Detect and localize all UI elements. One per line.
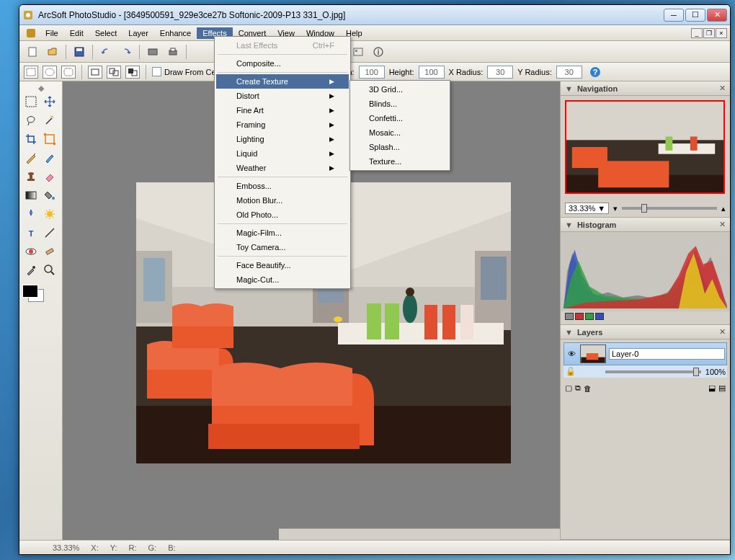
histo-blue-swatch[interactable] [595,313,604,320]
menuitem-distort[interactable]: Distort▶ [216,89,349,103]
shape-rect-icon[interactable] [24,66,38,79]
line-tool[interactable] [41,224,58,241]
histo-luminosity-swatch[interactable] [565,313,574,320]
bucket-tool[interactable] [41,187,58,204]
menuitem-magic-film[interactable]: Magic-Film... [216,226,349,240]
toolbox-grip[interactable]: ◆ [22,84,59,92]
open-button[interactable] [44,43,61,61]
minimize-button[interactable]: ─ [664,9,684,22]
redeye-tool[interactable] [22,243,40,260]
menuitem-composite[interactable]: Composite... [216,56,349,71]
mdi-close-button[interactable]: × [716,28,727,38]
undo-button[interactable] [97,43,115,61]
stamp-tool[interactable] [22,168,40,185]
menuitem-weather[interactable]: Weather▶ [216,161,349,175]
navigation-thumbnail[interactable] [565,100,725,194]
eyedropper-tool[interactable] [22,262,40,279]
menuitem-old-photo[interactable]: Old Photo... [216,208,349,222]
zoom-dropdown[interactable]: 33.33% ▼ [565,203,609,214]
menuitem-magic-cut[interactable]: Magic-Cut... [216,272,349,287]
duplicate-layer-icon[interactable]: ⧉ [575,383,581,393]
mode-add-icon[interactable] [107,66,121,79]
marquee-tool[interactable] [22,93,40,110]
flatten-icon[interactable]: ▤ [718,383,726,393]
menuitem-emboss[interactable]: Emboss... [216,179,349,193]
pen-tool[interactable] [22,149,40,166]
maximize-button[interactable]: ☐ [685,9,705,22]
lock-icon[interactable]: 🔓 [565,367,576,376]
layer-row[interactable]: 👁 [564,342,727,365]
save-button[interactable] [71,43,88,61]
heal-tool[interactable] [41,243,58,260]
help-icon[interactable]: ? [587,63,604,81]
crop-tool[interactable] [22,130,40,148]
new-button[interactable] [24,43,41,61]
menuitem-3d-grid[interactable]: 3D Grid... [352,82,448,97]
visibility-icon[interactable]: 👁 [566,350,577,358]
histo-red-swatch[interactable] [575,313,584,320]
shape-ellipse-icon[interactable] [43,66,57,79]
dodge-tool[interactable] [41,205,58,223]
horizontal-scrollbar[interactable] [279,528,560,540]
gradient-tool[interactable] [22,187,40,204]
menuitem-lighting[interactable]: Lighting▶ [216,132,349,146]
zoom-tool[interactable] [41,262,58,279]
menu-edit[interactable]: Edit [64,27,89,39]
menuitem-create-texture[interactable]: Create Texture▶ [216,74,349,89]
menuitem-liquid[interactable]: Liquid▶ [216,146,349,161]
mode-new-icon[interactable] [88,66,102,79]
xradius-input[interactable] [487,66,513,79]
close-button[interactable]: ✕ [707,9,727,22]
collapse-icon[interactable]: ▼ [565,84,573,93]
zoom-in-icon[interactable]: ▴ [721,204,726,213]
transform-tool[interactable] [41,130,58,148]
menuitem-texture[interactable]: Texture... [352,154,448,169]
zoom-out-icon[interactable]: ▾ [613,204,618,213]
text-tool[interactable]: T [22,224,40,241]
opacity-slider[interactable] [605,370,701,373]
shape-roundrect-icon[interactable] [61,66,76,79]
height-input[interactable] [419,66,445,79]
mdi-minimize-button[interactable]: _ [691,28,703,38]
lasso-tool[interactable] [22,112,40,129]
collapse-icon[interactable]: ▼ [565,221,573,229]
menu-file[interactable]: File [40,27,64,39]
menu-layer[interactable]: Layer [122,27,154,39]
new-layer-icon[interactable]: ▢ [565,383,572,393]
yradius-input[interactable] [556,66,582,79]
menuitem-fine-art[interactable]: Fine Art▶ [216,103,349,117]
mode-subtract-icon[interactable] [125,66,140,79]
panel-close-icon[interactable]: ✕ [719,220,726,229]
menuitem-face-beautify[interactable]: Face Beautify... [216,258,349,272]
menuitem-toy-camera[interactable]: Toy Camera... [216,240,349,254]
panel-close-icon[interactable]: ✕ [719,84,726,93]
menuitem-confetti[interactable]: Confetti... [352,111,448,125]
menuitem-motion-blur[interactable]: Motion Blur... [216,193,349,208]
menu-select[interactable]: Select [89,27,123,39]
menuitem-splash[interactable]: Splash... [352,140,448,154]
brush-tool[interactable] [41,149,58,166]
slideshow-button[interactable] [349,43,367,61]
redo-button[interactable] [117,43,135,61]
menuitem-framing[interactable]: Framing▶ [216,117,349,132]
delete-layer-icon[interactable]: 🗑 [584,384,592,393]
zoom-slider[interactable] [622,207,717,210]
layer-name-input[interactable] [609,348,725,360]
histo-green-swatch[interactable] [585,313,594,320]
magic-wand-tool[interactable] [41,112,58,129]
acquire-button[interactable] [144,43,161,61]
eraser-tool[interactable] [41,168,58,185]
collapse-icon[interactable]: ▼ [565,328,573,337]
width-input[interactable] [359,66,385,79]
smudge-tool[interactable] [22,205,40,223]
print-button[interactable] [164,43,182,61]
info-button[interactable]: i [370,43,387,61]
merge-down-icon[interactable]: ⬓ [708,383,716,393]
menuitem-mosaic[interactable]: Mosaic... [352,125,448,140]
move-tool[interactable] [41,93,58,110]
mdi-restore-button[interactable]: ❐ [703,28,715,38]
menu-enhance[interactable]: Enhance [154,27,197,39]
menuitem-blinds[interactable]: Blinds... [352,97,448,111]
color-swatch[interactable] [22,285,44,302]
panel-close-icon[interactable]: ✕ [719,327,726,337]
